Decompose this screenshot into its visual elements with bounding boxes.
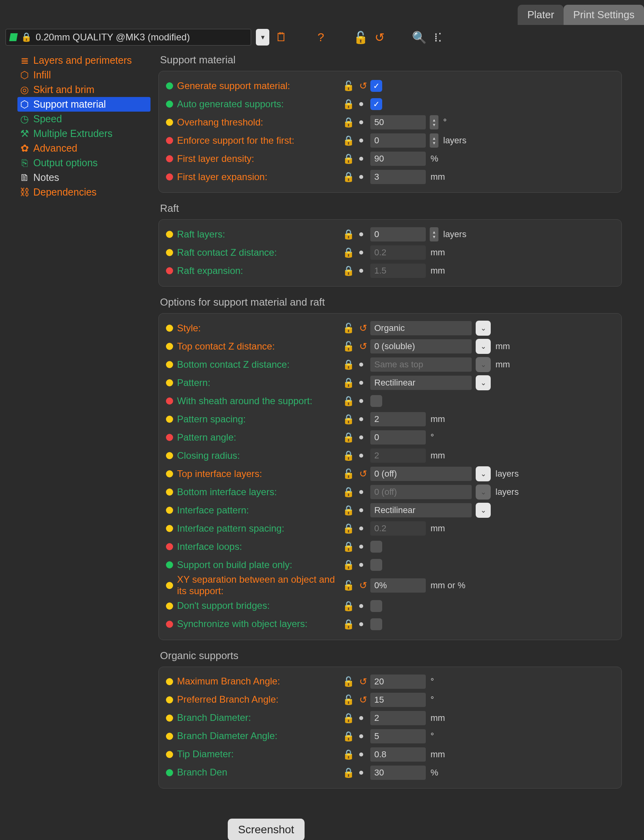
sidebar-item-support-material[interactable]: ⬡Support material: [17, 97, 151, 112]
lock-reset[interactable]: 🔓↺: [343, 580, 370, 591]
input-max_branch[interactable]: [370, 675, 426, 689]
lock-reset[interactable]: 🔒: [343, 601, 370, 612]
sidebar-item-output-options[interactable]: ⎘Output options: [17, 156, 151, 170]
input-enforce[interactable]: [370, 133, 426, 148]
lock-reset[interactable]: 🔒: [343, 731, 370, 742]
dropdown-icon[interactable]: ⌄: [476, 503, 491, 518]
sidebar-item-multiple-extruders[interactable]: ⚒Multiple Extruders: [17, 126, 151, 141]
lock-reset[interactable]: 🔒: [343, 523, 370, 534]
input-overhang[interactable]: [370, 115, 426, 129]
dropdown-icon[interactable]: ⌄: [476, 375, 491, 390]
preset-dropdown[interactable]: ▾: [256, 29, 269, 46]
sidebar-item-speed[interactable]: ◷Speed: [17, 112, 151, 126]
input-pat_spacing[interactable]: [370, 412, 426, 426]
select-if_pattern[interactable]: [370, 503, 472, 517]
input-fle[interactable]: [370, 170, 426, 184]
status-bullet: [166, 434, 173, 441]
lock-reset[interactable]: 🔒: [343, 450, 370, 461]
sidebar-item-infill[interactable]: ⬡Infill: [17, 68, 151, 82]
input-tip_dia[interactable]: [370, 747, 426, 762]
toolbar: 🔒 0.20mm QUALITY @MK3 (modified) ▾ 🗒 ? 🔓…: [6, 28, 644, 47]
lock-reset[interactable]: 🔓↺: [343, 694, 370, 705]
sidebar-item-notes[interactable]: 🗎Notes: [17, 170, 151, 185]
sidebar-item-layers-and-perimeters[interactable]: ≣Layers and perimeters: [17, 53, 151, 68]
tab-print-settings[interactable]: Print Settings: [564, 5, 644, 25]
stepper[interactable]: ▴▾: [430, 115, 438, 129]
checkbox-sheath[interactable]: [370, 395, 382, 407]
lock-reset[interactable]: 🔒: [343, 713, 370, 724]
status-bullet: [166, 137, 173, 144]
sidebar-icon: 🗎: [20, 172, 29, 183]
input-fld[interactable]: [370, 152, 426, 166]
lock-reset[interactable]: 🔒: [343, 541, 370, 552]
lock-icon: 🔒: [343, 414, 354, 425]
lock-reset[interactable]: 🔒: [343, 487, 370, 498]
input-branch_den[interactable]: [370, 766, 426, 780]
lock-reset[interactable]: 🔒: [343, 171, 370, 182]
select-bot_z: [370, 357, 472, 372]
lock-reset[interactable]: 🔒: [343, 265, 370, 276]
input-pat_angle[interactable]: [370, 430, 426, 445]
lock-reset[interactable]: 🔒: [343, 432, 370, 443]
lock-reset[interactable]: 🔒: [343, 117, 370, 128]
row-bp_only: Support on build plate only:🔒: [166, 556, 614, 574]
lock-reset[interactable]: 🔒: [343, 153, 370, 164]
lock-reset[interactable]: 🔒: [343, 377, 370, 388]
checkbox-no_bridge[interactable]: [370, 600, 382, 612]
lock-reset[interactable]: 🔒: [343, 359, 370, 370]
select-style[interactable]: [370, 321, 472, 335]
lock-reset[interactable]: 🔒: [343, 395, 370, 407]
input-raft_layers[interactable]: [370, 227, 426, 241]
clipboard-icon[interactable]: 🗒: [274, 30, 288, 44]
checkbox-gen[interactable]: ✓: [370, 80, 382, 92]
checkbox-sync[interactable]: [370, 618, 382, 630]
lock-reset[interactable]: 🔓↺: [343, 80, 370, 91]
checkbox-auto[interactable]: ✓: [370, 98, 382, 110]
input-branch_dia[interactable]: [370, 711, 426, 725]
lock-reset[interactable]: 🔓↺: [343, 323, 370, 334]
sidebar-item-advanced[interactable]: ✿Advanced: [17, 141, 151, 156]
sidebar-item-dependencies[interactable]: ⛓Dependencies: [17, 185, 151, 200]
compare-icon[interactable]: ⁞⁚: [431, 30, 445, 44]
input-xy_sep[interactable]: [370, 578, 426, 593]
input-branch_dia_ang[interactable]: [370, 729, 426, 743]
preset-select[interactable]: 🔒 0.20mm QUALITY @MK3 (modified): [6, 29, 251, 46]
unlock-icon[interactable]: 🔓: [353, 30, 368, 44]
unit: %: [431, 154, 438, 164]
select-top_if[interactable]: [370, 467, 472, 481]
undo-icon[interactable]: ↺: [372, 30, 387, 44]
stepper[interactable]: ▴▾: [430, 227, 438, 241]
lock-reset[interactable]: 🔒: [343, 767, 370, 778]
bullet-icon: [359, 490, 363, 494]
lock-reset[interactable]: 🔓↺: [343, 341, 370, 352]
tab-plater[interactable]: Plater: [518, 5, 564, 25]
input-pref_branch[interactable]: [370, 693, 426, 707]
checkbox-if_loops[interactable]: [370, 541, 382, 553]
help-icon[interactable]: ?: [314, 30, 328, 44]
dropdown-icon[interactable]: ⌄: [476, 466, 491, 481]
lock-reset[interactable]: 🔒: [343, 619, 370, 630]
lock-reset[interactable]: 🔓↺: [343, 676, 370, 687]
lock-reset[interactable]: 🔒: [343, 247, 370, 258]
sidebar-item-skirt-and-brim[interactable]: ◎Skirt and brim: [17, 82, 151, 97]
lock-reset[interactable]: 🔒: [343, 559, 370, 570]
sidebar-label: Notes: [33, 172, 59, 183]
row-label: Synchronize with object layers:: [177, 618, 343, 630]
stepper[interactable]: ▴▾: [430, 133, 438, 148]
lock-reset[interactable]: 🔓↺: [343, 468, 370, 479]
unit: layers: [495, 487, 519, 497]
lock-reset[interactable]: 🔒: [343, 135, 370, 146]
search-icon[interactable]: 🔍: [412, 30, 426, 44]
lock-reset[interactable]: 🔒: [343, 749, 370, 760]
dropdown-icon[interactable]: ⌄: [476, 339, 491, 354]
dropdown-icon[interactable]: ⌄: [476, 321, 491, 336]
select-pattern[interactable]: [370, 376, 472, 390]
lock-reset[interactable]: 🔒: [343, 99, 370, 110]
row-label: Enforce support for the first:: [177, 135, 343, 146]
lock-reset[interactable]: 🔒: [343, 505, 370, 516]
lock-reset[interactable]: 🔒: [343, 414, 370, 425]
select-top_z[interactable]: [370, 339, 472, 353]
checkbox-bp_only[interactable]: [370, 559, 382, 571]
lock-reset[interactable]: 🔒: [343, 229, 370, 240]
reset-icon: ↺: [359, 580, 367, 591]
